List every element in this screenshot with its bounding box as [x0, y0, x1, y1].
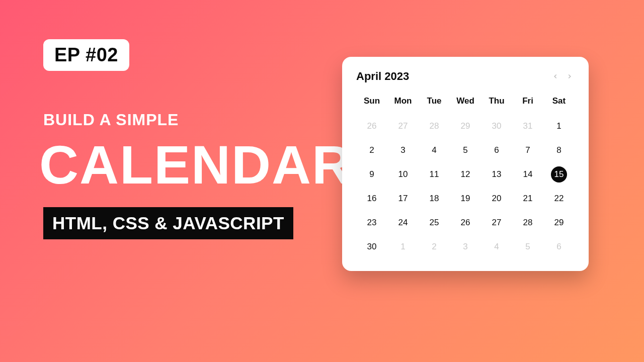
calendar-month-label: April 2023 [356, 70, 409, 83]
calendar-day[interactable]: 30 [481, 114, 512, 138]
calendar-day[interactable]: 1 [387, 235, 419, 259]
calendar-weekday-header: Sun [356, 92, 387, 114]
calendar-day[interactable]: 23 [356, 211, 387, 235]
calendar-day[interactable]: 19 [450, 187, 481, 211]
calendar-day[interactable]: 26 [450, 211, 481, 235]
calendar-day[interactable]: 3 [450, 235, 481, 259]
next-month-button[interactable] [565, 71, 575, 81]
calendar-day[interactable]: 14 [512, 162, 543, 187]
calendar-day[interactable]: 21 [512, 187, 543, 211]
calendar-day[interactable]: 9 [356, 162, 387, 187]
calendar-day[interactable]: 18 [419, 187, 450, 211]
calendar-day[interactable]: 27 [387, 114, 419, 138]
calendar-weekday-header: Wed [450, 92, 481, 114]
calendar-weekday-header: Tue [419, 92, 450, 114]
calendar-day[interactable]: 7 [512, 138, 543, 162]
calendar-weekday-header: Thu [481, 92, 512, 114]
calendar-nav [550, 71, 575, 81]
calendar-day[interactable]: 17 [387, 187, 419, 211]
calendar-day[interactable]: 6 [543, 235, 575, 259]
calendar-grid: SunMonTueWedThuFriSat2627282930311234567… [356, 92, 575, 259]
tech-stack-label: HTML, CSS & JAVASCRIPT [43, 207, 293, 239]
calendar-day[interactable]: 2 [356, 138, 387, 162]
calendar-day[interactable]: 27 [481, 211, 512, 235]
calendar-day[interactable]: 29 [450, 114, 481, 138]
calendar-day[interactable]: 1 [543, 114, 575, 138]
calendar-day[interactable]: 28 [512, 211, 543, 235]
calendar-day[interactable]: 16 [356, 187, 387, 211]
calendar-day[interactable]: 26 [356, 114, 387, 138]
calendar-day[interactable]: 5 [450, 138, 481, 162]
calendar-day[interactable]: 28 [419, 114, 450, 138]
subtitle: BUILD A SIMPLE [43, 111, 179, 129]
calendar-day[interactable]: 13 [481, 162, 512, 187]
calendar-day[interactable]: 3 [387, 138, 419, 162]
calendar-day[interactable]: 12 [450, 162, 481, 187]
calendar-day[interactable]: 10 [387, 162, 419, 187]
calendar-day[interactable]: 31 [512, 114, 543, 138]
calendar-day[interactable]: 30 [356, 235, 387, 259]
calendar-day[interactable]: 11 [419, 162, 450, 187]
calendar-day[interactable]: 8 [543, 138, 575, 162]
main-title: CALENDAR [39, 133, 352, 196]
calendar-day[interactable]: 22 [543, 187, 575, 211]
calendar-day[interactable]: 29 [543, 211, 575, 235]
calendar-weekday-header: Fri [512, 92, 543, 114]
chevron-left-icon [552, 73, 559, 80]
calendar-day[interactable]: 25 [419, 211, 450, 235]
calendar-day[interactable]: 24 [387, 211, 419, 235]
calendar-day[interactable]: 6 [481, 138, 512, 162]
prev-month-button[interactable] [550, 71, 560, 81]
calendar-day[interactable]: 20 [481, 187, 512, 211]
calendar-day[interactable]: 4 [481, 235, 512, 259]
calendar-weekday-header: Sat [543, 92, 575, 114]
calendar-weekday-header: Mon [387, 92, 419, 114]
episode-badge: EP #02 [43, 39, 129, 71]
chevron-right-icon [566, 73, 573, 80]
calendar-widget: April 2023 SunMonTueWedThuFriSat26272829… [342, 57, 589, 271]
calendar-day[interactable]: 2 [419, 235, 450, 259]
calendar-day[interactable]: 15 [543, 162, 575, 187]
calendar-day[interactable]: 5 [512, 235, 543, 259]
calendar-day[interactable]: 4 [419, 138, 450, 162]
calendar-header: April 2023 [356, 70, 575, 83]
